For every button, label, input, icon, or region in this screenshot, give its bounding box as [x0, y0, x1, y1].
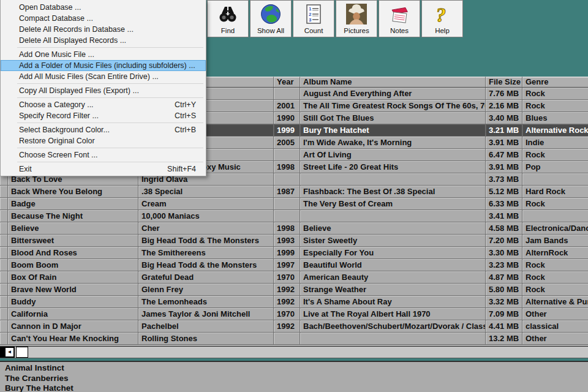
table-row[interactable]: Box Of Rain Grateful Dead 1970 American …	[0, 271, 588, 284]
row-selector-cell[interactable]	[0, 186, 8, 198]
scroll-left-button[interactable]: ◄	[4, 347, 15, 358]
cell-song-name[interactable]: Can't You Hear Me Knocking	[8, 333, 138, 345]
cell-genre[interactable]: Pop	[522, 161, 588, 173]
cell-file-size[interactable]: 3.21 MB	[486, 124, 522, 137]
cell-genre[interactable]: Other	[522, 308, 588, 320]
cell-genre[interactable]: Indie	[522, 137, 588, 149]
cell-album-name[interactable]: Still Got The Blues	[300, 112, 486, 124]
cell-genre[interactable]: Hard Rock	[522, 186, 588, 198]
cell-album-name[interactable]: Bach/Beethoven/Schubert/Mozart/Dvorak / …	[300, 320, 486, 333]
header-year[interactable]: Year	[274, 77, 300, 88]
menu-item-choose-screen-font[interactable]: Choose Screen Font ...	[1, 149, 206, 160]
cell-album-name[interactable]: I'm Wide Awake, It's Morning	[300, 137, 486, 149]
cell-song-name[interactable]: Boom Boom	[8, 259, 138, 271]
notes-button[interactable]: Notes	[379, 0, 420, 37]
cell-artist[interactable]: Pachelbel	[138, 320, 274, 333]
cell-year[interactable]: 1998	[274, 161, 300, 173]
cell-song-name[interactable]: Back Where You Belong	[8, 186, 138, 198]
cell-genre[interactable]: Other	[522, 333, 588, 345]
cell-genre[interactable]: classical	[522, 320, 588, 333]
cell-file-size[interactable]: 7.76 MB	[486, 88, 522, 100]
menu-item-open-database[interactable]: Open Database ...	[1, 2, 206, 13]
cell-genre[interactable]: Blues	[522, 112, 588, 124]
find-button[interactable]: Find	[207, 0, 249, 37]
row-selector-cell[interactable]	[0, 271, 8, 284]
cell-album-name[interactable]	[300, 210, 486, 222]
cell-genre[interactable]: Alternative Rock	[522, 124, 588, 137]
cell-file-size[interactable]: 3.91 MB	[486, 137, 522, 149]
cell-album-name[interactable]: Live at The Royal Albert Hall 1970	[300, 308, 486, 320]
menu-item-delete-all-records-in-database[interactable]: Delete All Records in Database ...	[1, 24, 206, 35]
row-selector-cell[interactable]	[0, 198, 8, 210]
cell-genre[interactable]: Rock	[522, 100, 588, 112]
table-row[interactable]: Cannon in D Major Pachelbel 1992 Bach/Be…	[0, 320, 588, 333]
cell-album-name[interactable]: Especially For You	[300, 247, 486, 259]
cell-file-size[interactable]: 3.40 MB	[486, 112, 522, 124]
cell-year[interactable]: 1998	[274, 222, 300, 235]
pictures-button[interactable]: Pictures	[336, 0, 377, 37]
cell-song-name[interactable]: Badge	[8, 198, 138, 210]
cell-file-size[interactable]: 3.23 MB	[486, 259, 522, 271]
row-selector-cell[interactable]	[0, 284, 8, 296]
header-genre[interactable]: Genre	[522, 77, 588, 88]
cell-genre[interactable]: Rock	[522, 198, 588, 210]
cell-album-name[interactable]: The Very Best of Cream	[300, 198, 486, 210]
cell-album-name[interactable]: Flashback: The Best Of .38 Special	[300, 186, 486, 198]
cell-year[interactable]: 1970	[274, 271, 300, 284]
cell-album-name[interactable]: Art Of Living	[300, 149, 486, 161]
cell-file-size[interactable]: 3.91 MB	[486, 161, 522, 173]
cell-artist[interactable]: The Lemonheads	[138, 296, 274, 308]
cell-album-name[interactable]: Beautiful World	[300, 259, 486, 271]
cell-album-name[interactable]: Street Life - 20 Great Hits	[300, 161, 486, 173]
cell-album-name[interactable]: It's A Shame About Ray	[300, 296, 486, 308]
cell-year[interactable]: 1970	[274, 308, 300, 320]
cell-song-name[interactable]: Bittersweet	[8, 235, 138, 247]
row-selector-cell[interactable]	[0, 296, 8, 308]
cell-year[interactable]	[274, 149, 300, 161]
cell-artist[interactable]: .38 Special	[138, 186, 274, 198]
cell-year[interactable]	[274, 210, 300, 222]
cell-artist[interactable]: The Smithereens	[138, 247, 274, 259]
table-row[interactable]: California James Taylor & Joni Mitchell …	[0, 308, 588, 320]
cell-genre[interactable]: Rock	[522, 88, 588, 100]
row-selector-cell[interactable]	[0, 235, 8, 247]
cell-artist[interactable]: Cher	[138, 222, 274, 235]
menu-item-choose-a-category[interactable]: Choose a Category ...Ctrl+Y	[1, 99, 206, 110]
cell-file-size[interactable]: 7.09 MB	[486, 308, 522, 320]
cell-album-name[interactable]: Sister Sweetly	[300, 235, 486, 247]
cell-genre[interactable]: Rock	[522, 284, 588, 296]
cell-year[interactable]: 2001	[274, 100, 300, 112]
cell-file-size[interactable]: 13.2 MB	[486, 333, 522, 345]
menu-item-add-one-music-file[interactable]: Add One Music File ...	[1, 49, 206, 60]
menu-item-add-a-folder-of-music-files-including-subfolders[interactable]: Add a Folder of Music Files (including s…	[1, 60, 206, 71]
cell-artist[interactable]: 10,000 Maniacs	[138, 210, 274, 222]
table-row[interactable]: Buddy The Lemonheads 1992 It's A Shame A…	[0, 296, 588, 308]
cell-genre[interactable]: Rock	[522, 149, 588, 161]
table-row[interactable]: Badge Cream The Very Best of Cream 6.33 …	[0, 198, 588, 210]
cell-song-name[interactable]: Because The Night	[8, 210, 138, 222]
cell-artist[interactable]: Big Head Todd & the Monsters	[138, 259, 274, 271]
cell-genre[interactable]: Rock	[522, 259, 588, 271]
cell-genre[interactable]	[522, 173, 588, 186]
table-row[interactable]: Blood And Roses The Smithereens 1999 Esp…	[0, 247, 588, 259]
cell-song-name[interactable]: Blood And Roses	[8, 247, 138, 259]
table-row[interactable]: Boom Boom Big Head Todd & the Monsters 1…	[0, 259, 588, 271]
row-selector-cell[interactable]	[0, 259, 8, 271]
cell-year[interactable]	[274, 333, 300, 345]
menu-item-exit[interactable]: ExitShift+F4	[1, 164, 206, 175]
cell-year[interactable]: 1992	[274, 284, 300, 296]
row-selector-cell[interactable]	[0, 210, 8, 222]
cell-genre[interactable]: Electronica/Dance	[522, 222, 588, 235]
cell-file-size[interactable]: 3.73 MB	[486, 173, 522, 186]
cell-year[interactable]: 1987	[274, 186, 300, 198]
cell-song-name[interactable]: Cannon in D Major	[8, 320, 138, 333]
cell-year[interactable]: 1999	[274, 124, 300, 137]
cell-file-size[interactable]: 2.16 MB	[486, 100, 522, 112]
cell-song-name[interactable]: California	[8, 308, 138, 320]
row-selector-cell[interactable]	[0, 247, 8, 259]
cell-file-size[interactable]: 5.12 MB	[486, 186, 522, 198]
cell-song-name[interactable]: Buddy	[8, 296, 138, 308]
cell-year[interactable]	[274, 198, 300, 210]
cell-file-size[interactable]: 4.58 MB	[486, 222, 522, 235]
cell-artist[interactable]: Big Head Todd & The Monsters	[138, 235, 274, 247]
